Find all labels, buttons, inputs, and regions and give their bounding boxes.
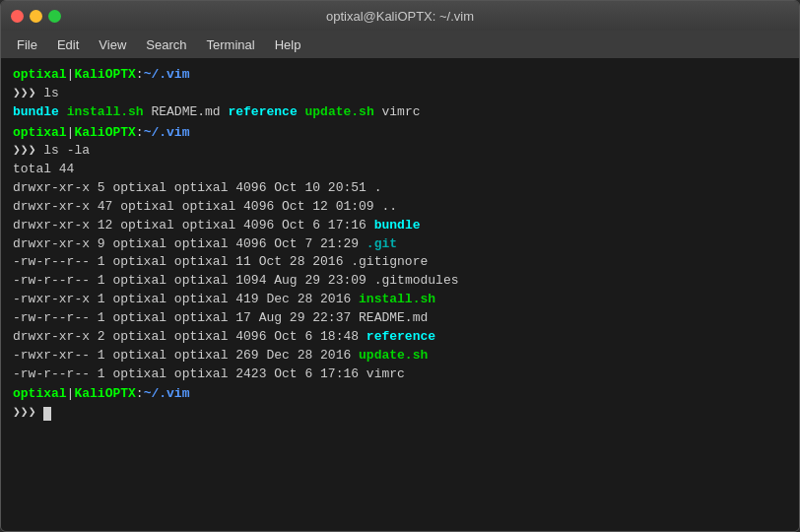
terminal-block-1: optixal|KaliOPTX:~/.vim ❯❯❯ ls bundle in… — [13, 66, 787, 122]
command-line-2: ❯❯❯ ls -la — [13, 142, 787, 161]
menu-search[interactable]: Search — [138, 35, 194, 54]
ls-row-installsh: -rwxr-xr-x 1 optixal optixal 419 Dec 28 … — [13, 291, 787, 309]
terminal-block-3: optixal|KaliOPTX:~/.vim ❯❯❯ — [13, 385, 787, 423]
terminal-block-2: optixal|KaliOPTX:~/.vim ❯❯❯ ls -la total… — [13, 124, 787, 384]
output-ls-simple: bundle install.sh README.md reference up… — [13, 103, 787, 122]
prompt-arrow-3: ❯❯❯ — [13, 404, 43, 423]
menu-help[interactable]: Help — [267, 35, 309, 54]
prompt-line-1: optixal|KaliOPTX:~/.vim — [13, 66, 787, 85]
cmd-1: ls — [43, 85, 59, 103]
ls-row-readme: -rw-r--r-- 1 optixal optixal 17 Aug 29 2… — [13, 309, 787, 328]
menu-edit[interactable]: Edit — [49, 35, 87, 54]
prompt-host-1: KaliOPTX — [74, 66, 135, 85]
ls-installsh: install.sh — [67, 104, 144, 119]
ls-reference: reference — [228, 104, 297, 119]
prompt-user-3: optixal — [13, 385, 67, 404]
prompt-path-1: ~/.vim — [144, 66, 190, 85]
minimize-button[interactable] — [30, 10, 42, 23]
total-line: total 44 — [13, 161, 787, 179]
prompt-host-2: KaliOPTX — [74, 124, 135, 143]
maximize-button[interactable] — [48, 10, 61, 23]
menu-file[interactable]: File — [9, 35, 45, 54]
menubar: File Edit View Search Terminal Help — [1, 31, 799, 58]
ls-row-dotdot: drwxr-xr-x 47 optixal optixal 4096 Oct 1… — [13, 198, 787, 217]
prompt-arrow-1: ❯❯❯ — [13, 85, 43, 103]
ls-bundle: bundle — [13, 104, 59, 119]
cmd-2: ls -la — [43, 142, 90, 161]
ls-row-gitmodules: -rw-r--r-- 1 optixal optixal 1094 Aug 29… — [13, 272, 787, 291]
titlebar-buttons — [11, 10, 61, 23]
titlebar: optixal@KaliOPTX: ~/.vim — [1, 1, 799, 31]
prompt-path-2: ~/.vim — [144, 124, 190, 143]
ls-row-updatesh: -rwxr-xr-- 1 optixal optixal 269 Dec 28 … — [13, 347, 787, 366]
ls-row-reference: drwxr-xr-x 2 optixal optixal 4096 Oct 6 … — [13, 328, 787, 347]
prompt-user-1: optixal — [13, 66, 67, 85]
terminal-body[interactable]: optixal|KaliOPTX:~/.vim ❯❯❯ ls bundle in… — [1, 58, 799, 531]
ls-row-gitignore: -rw-r--r-- 1 optixal optixal 11 Oct 28 2… — [13, 253, 787, 272]
prompt-host-3: KaliOPTX — [74, 385, 135, 404]
menu-terminal[interactable]: Terminal — [199, 35, 263, 54]
ls-row-git: drwxr-xr-x 9 optixal optixal 4096 Oct 7 … — [13, 235, 787, 254]
prompt-user-2: optixal — [13, 124, 67, 143]
prompt-line-2: optixal|KaliOPTX:~/.vim — [13, 124, 787, 143]
menu-view[interactable]: View — [91, 35, 134, 54]
command-line-1: ❯❯❯ ls — [13, 85, 787, 103]
ls-row-bundle: drwxr-xr-x 12 optixal optixal 4096 Oct 6… — [13, 217, 787, 235]
window-title: optixal@KaliOPTX: ~/.vim — [326, 9, 474, 24]
ls-row-vimrc: -rw-r--r-- 1 optixal optixal 2423 Oct 6 … — [13, 366, 787, 384]
prompt-arrow-2: ❯❯❯ — [13, 142, 43, 161]
ls-row-dot: drwxr-xr-x 5 optixal optixal 4096 Oct 10… — [13, 179, 787, 198]
prompt-path-3: ~/.vim — [144, 385, 190, 404]
terminal-window: optixal@KaliOPTX: ~/.vim File Edit View … — [0, 0, 800, 532]
close-button[interactable] — [11, 10, 24, 23]
ls-updatesh: update.sh — [305, 104, 374, 119]
prompt-line-3: optixal|KaliOPTX:~/.vim — [13, 385, 787, 404]
terminal-cursor — [43, 407, 51, 421]
command-line-3[interactable]: ❯❯❯ — [13, 404, 787, 423]
